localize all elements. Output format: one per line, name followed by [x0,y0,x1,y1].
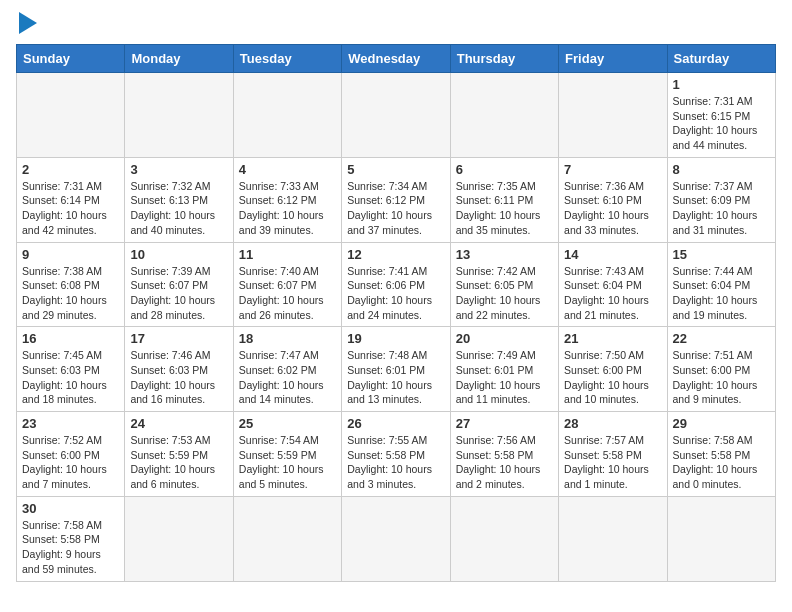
calendar-cell: 23Sunrise: 7:52 AM Sunset: 6:00 PM Dayli… [17,412,125,497]
calendar-cell: 4Sunrise: 7:33 AM Sunset: 6:12 PM Daylig… [233,157,341,242]
calendar-cell: 18Sunrise: 7:47 AM Sunset: 6:02 PM Dayli… [233,327,341,412]
day-info: Sunrise: 7:53 AM Sunset: 5:59 PM Dayligh… [130,433,227,492]
calendar-cell [450,73,558,158]
calendar-week-row: 30Sunrise: 7:58 AM Sunset: 5:58 PM Dayli… [17,496,776,581]
day-number: 18 [239,331,336,346]
calendar-cell: 20Sunrise: 7:49 AM Sunset: 6:01 PM Dayli… [450,327,558,412]
calendar-cell: 8Sunrise: 7:37 AM Sunset: 6:09 PM Daylig… [667,157,775,242]
calendar-cell: 29Sunrise: 7:58 AM Sunset: 5:58 PM Dayli… [667,412,775,497]
page-header [16,16,776,34]
calendar-cell: 2Sunrise: 7:31 AM Sunset: 6:14 PM Daylig… [17,157,125,242]
day-info: Sunrise: 7:42 AM Sunset: 6:05 PM Dayligh… [456,264,553,323]
day-number: 5 [347,162,444,177]
calendar-cell: 25Sunrise: 7:54 AM Sunset: 5:59 PM Dayli… [233,412,341,497]
calendar-cell: 14Sunrise: 7:43 AM Sunset: 6:04 PM Dayli… [559,242,667,327]
weekday-header-monday: Monday [125,45,233,73]
calendar-cell: 13Sunrise: 7:42 AM Sunset: 6:05 PM Dayli… [450,242,558,327]
day-number: 20 [456,331,553,346]
weekday-header-saturday: Saturday [667,45,775,73]
calendar-cell: 7Sunrise: 7:36 AM Sunset: 6:10 PM Daylig… [559,157,667,242]
day-number: 10 [130,247,227,262]
day-info: Sunrise: 7:36 AM Sunset: 6:10 PM Dayligh… [564,179,661,238]
calendar-cell: 27Sunrise: 7:56 AM Sunset: 5:58 PM Dayli… [450,412,558,497]
day-info: Sunrise: 7:58 AM Sunset: 5:58 PM Dayligh… [22,518,119,577]
day-info: Sunrise: 7:41 AM Sunset: 6:06 PM Dayligh… [347,264,444,323]
day-number: 15 [673,247,770,262]
day-info: Sunrise: 7:33 AM Sunset: 6:12 PM Dayligh… [239,179,336,238]
calendar-cell: 12Sunrise: 7:41 AM Sunset: 6:06 PM Dayli… [342,242,450,327]
day-number: 16 [22,331,119,346]
weekday-header-friday: Friday [559,45,667,73]
calendar-cell: 11Sunrise: 7:40 AM Sunset: 6:07 PM Dayli… [233,242,341,327]
calendar-cell [233,496,341,581]
calendar-cell [342,496,450,581]
day-number: 25 [239,416,336,431]
calendar-week-row: 9Sunrise: 7:38 AM Sunset: 6:08 PM Daylig… [17,242,776,327]
day-info: Sunrise: 7:31 AM Sunset: 6:14 PM Dayligh… [22,179,119,238]
calendar-cell: 5Sunrise: 7:34 AM Sunset: 6:12 PM Daylig… [342,157,450,242]
day-info: Sunrise: 7:58 AM Sunset: 5:58 PM Dayligh… [673,433,770,492]
day-info: Sunrise: 7:35 AM Sunset: 6:11 PM Dayligh… [456,179,553,238]
day-number: 21 [564,331,661,346]
calendar-cell [233,73,341,158]
calendar-cell: 26Sunrise: 7:55 AM Sunset: 5:58 PM Dayli… [342,412,450,497]
calendar-cell: 6Sunrise: 7:35 AM Sunset: 6:11 PM Daylig… [450,157,558,242]
day-number: 3 [130,162,227,177]
day-number: 9 [22,247,119,262]
weekday-header-wednesday: Wednesday [342,45,450,73]
logo [16,16,37,34]
day-info: Sunrise: 7:39 AM Sunset: 6:07 PM Dayligh… [130,264,227,323]
day-info: Sunrise: 7:52 AM Sunset: 6:00 PM Dayligh… [22,433,119,492]
day-number: 4 [239,162,336,177]
calendar-cell: 3Sunrise: 7:32 AM Sunset: 6:13 PM Daylig… [125,157,233,242]
calendar-table: SundayMondayTuesdayWednesdayThursdayFrid… [16,44,776,582]
day-info: Sunrise: 7:40 AM Sunset: 6:07 PM Dayligh… [239,264,336,323]
calendar-cell: 16Sunrise: 7:45 AM Sunset: 6:03 PM Dayli… [17,327,125,412]
calendar-cell: 19Sunrise: 7:48 AM Sunset: 6:01 PM Dayli… [342,327,450,412]
day-number: 17 [130,331,227,346]
calendar-cell [450,496,558,581]
day-number: 30 [22,501,119,516]
calendar-cell: 30Sunrise: 7:58 AM Sunset: 5:58 PM Dayli… [17,496,125,581]
day-info: Sunrise: 7:54 AM Sunset: 5:59 PM Dayligh… [239,433,336,492]
calendar-cell [17,73,125,158]
calendar-cell [667,496,775,581]
day-info: Sunrise: 7:38 AM Sunset: 6:08 PM Dayligh… [22,264,119,323]
calendar-cell [125,496,233,581]
day-number: 12 [347,247,444,262]
day-number: 11 [239,247,336,262]
day-info: Sunrise: 7:31 AM Sunset: 6:15 PM Dayligh… [673,94,770,153]
logo-triangle-icon [19,12,37,34]
day-info: Sunrise: 7:56 AM Sunset: 5:58 PM Dayligh… [456,433,553,492]
calendar-cell: 15Sunrise: 7:44 AM Sunset: 6:04 PM Dayli… [667,242,775,327]
day-info: Sunrise: 7:47 AM Sunset: 6:02 PM Dayligh… [239,348,336,407]
weekday-header-thursday: Thursday [450,45,558,73]
calendar-cell: 1Sunrise: 7:31 AM Sunset: 6:15 PM Daylig… [667,73,775,158]
calendar-week-row: 16Sunrise: 7:45 AM Sunset: 6:03 PM Dayli… [17,327,776,412]
calendar-cell: 21Sunrise: 7:50 AM Sunset: 6:00 PM Dayli… [559,327,667,412]
calendar-cell: 28Sunrise: 7:57 AM Sunset: 5:58 PM Dayli… [559,412,667,497]
day-info: Sunrise: 7:51 AM Sunset: 6:00 PM Dayligh… [673,348,770,407]
day-info: Sunrise: 7:45 AM Sunset: 6:03 PM Dayligh… [22,348,119,407]
day-number: 7 [564,162,661,177]
day-number: 29 [673,416,770,431]
calendar-header-row: SundayMondayTuesdayWednesdayThursdayFrid… [17,45,776,73]
day-info: Sunrise: 7:49 AM Sunset: 6:01 PM Dayligh… [456,348,553,407]
day-info: Sunrise: 7:50 AM Sunset: 6:00 PM Dayligh… [564,348,661,407]
day-info: Sunrise: 7:37 AM Sunset: 6:09 PM Dayligh… [673,179,770,238]
calendar-cell: 24Sunrise: 7:53 AM Sunset: 5:59 PM Dayli… [125,412,233,497]
day-number: 19 [347,331,444,346]
day-info: Sunrise: 7:48 AM Sunset: 6:01 PM Dayligh… [347,348,444,407]
day-number: 23 [22,416,119,431]
calendar-cell: 17Sunrise: 7:46 AM Sunset: 6:03 PM Dayli… [125,327,233,412]
calendar-week-row: 23Sunrise: 7:52 AM Sunset: 6:00 PM Dayli… [17,412,776,497]
day-number: 13 [456,247,553,262]
calendar-week-row: 1Sunrise: 7:31 AM Sunset: 6:15 PM Daylig… [17,73,776,158]
calendar-cell [559,73,667,158]
calendar-cell: 9Sunrise: 7:38 AM Sunset: 6:08 PM Daylig… [17,242,125,327]
calendar-cell [125,73,233,158]
day-info: Sunrise: 7:55 AM Sunset: 5:58 PM Dayligh… [347,433,444,492]
day-info: Sunrise: 7:34 AM Sunset: 6:12 PM Dayligh… [347,179,444,238]
calendar-cell [342,73,450,158]
day-info: Sunrise: 7:57 AM Sunset: 5:58 PM Dayligh… [564,433,661,492]
